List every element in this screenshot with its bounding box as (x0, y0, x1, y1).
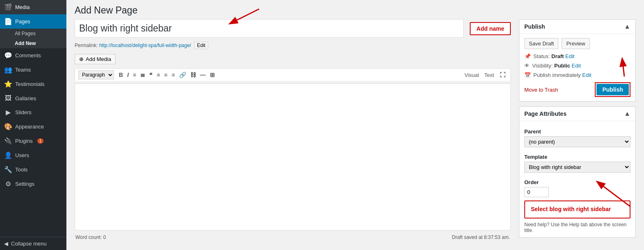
content-area: Add name Permalink: http://localhost/del… (66, 19, 644, 250)
page-attributes-body: Parent (no parent) Template Blog with ri… (519, 121, 635, 237)
page-attributes-header: Page Attributes ▲ (519, 107, 635, 121)
status-label: Status: Draft Edit (533, 53, 574, 59)
template-select[interactable]: Blog with right sidebar Default Template… (524, 162, 630, 173)
paragraph-select[interactable]: Paragraph Heading 1 Heading 2 Heading 3 (78, 70, 114, 79)
publish-title: Publish (524, 23, 545, 30)
sidebar-item-label: Tools (15, 167, 27, 173)
help-text: Need help? Use the Help tab above the sc… (524, 222, 630, 233)
collapse-menu[interactable]: ◀ Collapse menu (0, 237, 66, 250)
sidebar-item-pages[interactable]: 📄 Pages (0, 14, 66, 29)
page-title-input[interactable] (75, 19, 464, 38)
tools-icon: 🔧 (4, 166, 12, 173)
status-edit-link[interactable]: Edit (565, 53, 574, 59)
publish-time-edit-link[interactable]: Edit (582, 72, 591, 78)
status-row: 📌 Status: Draft Edit (524, 53, 630, 59)
publish-button[interactable]: Publish (596, 84, 629, 95)
publish-collapse-icon[interactable]: ▲ (624, 23, 630, 30)
sidebar-item-comments[interactable]: 💬 Comments (0, 48, 66, 63)
sidebar-sub-all-pages[interactable]: All Pages (0, 29, 66, 38)
add-name-callout: Add name (470, 22, 511, 35)
sidebar-item-label: Testimonials (15, 81, 45, 87)
sidebar-item-tools[interactable]: 🔧 Tools (0, 162, 66, 177)
editor-footer: Word count: 0 Draft saved at 8:37:53 am. (75, 233, 511, 242)
permalink-row: Permalink: http://localhost/delight-spa/… (75, 42, 511, 49)
sidebar-item-label: Comments (15, 52, 41, 59)
sidebar-item-media[interactable]: 🎬 Media (0, 0, 66, 14)
publish-actions: Move to Trash Publish (524, 82, 630, 97)
sidebar-item-galleries[interactable]: 🖼 Gallaries (0, 91, 66, 105)
galleries-icon: 🖼 (4, 95, 12, 102)
sidebar-item-teams[interactable]: 👥 Teams (0, 63, 66, 77)
collapse-icon: ◀ (4, 241, 8, 247)
permalink-edit-button[interactable]: Edit (194, 42, 209, 49)
appearance-icon: 🎨 (4, 123, 12, 131)
sidebar-item-label: Settings (15, 181, 34, 187)
order-label: Order (524, 179, 630, 185)
visibility-label: Visibility: Public Edit (532, 63, 581, 69)
move-to-trash-link[interactable]: Move to Trash (524, 87, 558, 93)
sidebar-item-testimonials[interactable]: ⭐ Testimonials (0, 77, 66, 91)
settings-icon: ⚙ (4, 180, 12, 188)
tab-text[interactable]: Text (482, 71, 496, 79)
page-attributes-collapse-icon[interactable]: ▲ (624, 110, 630, 117)
editor-body[interactable] (75, 83, 511, 230)
calendar-icon: 📅 (524, 72, 531, 78)
bold-button[interactable]: B (117, 71, 125, 79)
publish-btn-wrapper: Publish (595, 82, 630, 97)
plugins-icon: 🔌 (4, 137, 12, 145)
collapse-menu-label: Collapse menu (11, 241, 47, 247)
align-right-button[interactable]: ≡ (170, 71, 177, 79)
sidebar-item-settings[interactable]: ⚙ Settings (0, 177, 66, 191)
more-button[interactable]: — (198, 71, 207, 79)
sidebar-sub-add-new[interactable]: Add New (0, 38, 66, 48)
sidebar-item-label: Pages (15, 18, 30, 25)
teams-icon: 👥 (4, 66, 12, 74)
template-label: Template (524, 154, 630, 160)
media-icon: 🎬 (4, 3, 12, 11)
sidebar-item-users[interactable]: 👤 Users (0, 148, 66, 162)
table-button[interactable]: ⊞ (208, 71, 216, 79)
preview-button[interactable]: Preview (562, 38, 589, 49)
publish-metabox-body: Save Draft Preview 📌 Status: Draft Edit … (519, 34, 635, 101)
sidebar-item-plugins[interactable]: 🔌 Plugins 1 (0, 134, 66, 148)
publish-time-row: 📅 Publish immediately Edit (524, 72, 630, 78)
align-center-button[interactable]: ≡ (162, 71, 169, 79)
fullscreen-button[interactable]: ⛶ (498, 71, 507, 79)
page-attributes-metabox: Page Attributes ▲ Parent (no parent) Tem… (519, 106, 636, 238)
parent-select[interactable]: (no parent) (524, 136, 630, 147)
sidebar-item-label: Teams (15, 67, 31, 73)
word-count: Word count: 0 (75, 234, 106, 240)
pages-submenu: All Pages Add New (0, 29, 66, 48)
add-media-label: Add Media (86, 56, 111, 62)
main-content: Add New Page Add name Permalink: http://… (66, 0, 644, 250)
permalink-link[interactable]: http://localhost/delight-spa/full-width-… (99, 43, 191, 48)
tab-visual[interactable]: Visual (463, 71, 480, 79)
link-button[interactable]: 🔗 (177, 71, 188, 79)
title-row: Add name (75, 19, 511, 38)
ul-button[interactable]: ≡ (131, 71, 138, 79)
align-left-button[interactable]: ≡ (155, 71, 162, 79)
save-draft-button[interactable]: Save Draft (524, 38, 558, 49)
visibility-edit-link[interactable]: Edit (572, 63, 581, 69)
template-select-wrapper: Blog with right sidebar Default Template… (524, 162, 630, 176)
add-media-button[interactable]: ⊕ Add Media (75, 54, 116, 64)
blockquote-button[interactable]: ❝ (148, 71, 154, 79)
view-tabs: Visual Text (463, 71, 496, 79)
unlink-button[interactable]: ⛓ (189, 71, 198, 79)
italic-button[interactable]: I (125, 71, 130, 79)
testimonials-icon: ⭐ (4, 80, 12, 88)
editor-area: Add name Permalink: http://localhost/del… (75, 19, 511, 242)
sidebar-item-label: Media (15, 4, 30, 10)
sidebar: 🎬 Media 📄 Pages All Pages Add New 💬 Comm… (0, 0, 66, 250)
editor-toolbar-row1: Paragraph Heading 1 Heading 2 Heading 3 … (75, 68, 511, 81)
sidebar-item-appearance[interactable]: 🎨 Appearance (0, 119, 66, 134)
page-title: Add New Page (66, 0, 644, 19)
visibility-row: 👁 Visibility: Public Edit (524, 63, 630, 69)
order-input[interactable] (524, 187, 549, 197)
sidebar-item-sliders[interactable]: ▶ Sliders (0, 105, 66, 119)
publish-metabox-header: Publish ▲ (519, 20, 635, 34)
draft-saved: Draft saved at 8:37:53 am. (452, 234, 510, 240)
page-attributes-title: Page Attributes (524, 110, 567, 117)
publish-metabox: Publish ▲ Save Draft Preview 📌 Status: D… (519, 19, 636, 101)
ol-button[interactable]: ≣ (139, 71, 147, 79)
